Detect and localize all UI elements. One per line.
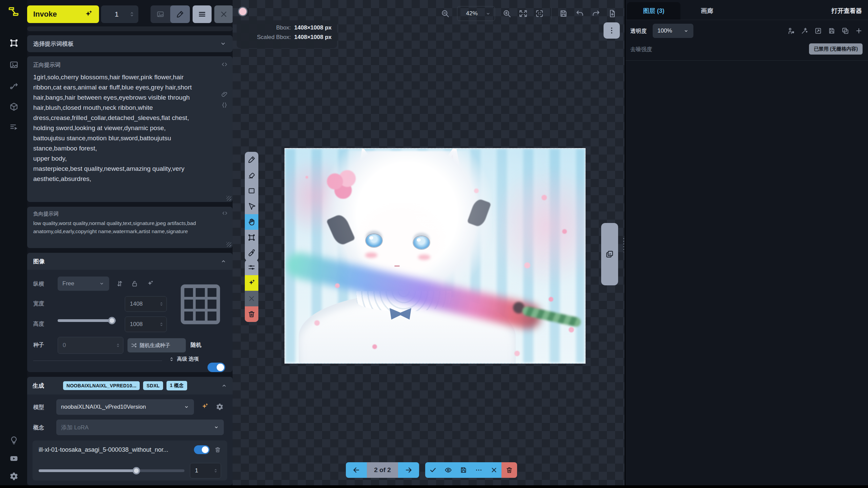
settings-gear-icon[interactable]: [9, 471, 19, 481]
lora-weight-value: 1: [195, 467, 198, 474]
zoom-out-icon[interactable]: [441, 9, 450, 18]
opacity-select[interactable]: 100%: [653, 24, 693, 38]
opacity-value: 100%: [657, 27, 681, 34]
iterations-stepper[interactable]: 1: [101, 5, 138, 23]
fit-view-icon[interactable]: [519, 9, 528, 18]
resize-handle[interactable]: [226, 196, 231, 201]
scaled-bbox-value: 1408×1008 px: [294, 34, 332, 41]
accept-button[interactable]: [425, 462, 440, 478]
duplicate-icon[interactable]: [842, 27, 849, 35]
gallery-mode-button[interactable]: [151, 5, 170, 23]
rect-tool[interactable]: [245, 183, 258, 199]
eraser-tool[interactable]: [245, 167, 258, 183]
prev-image-button[interactable]: [346, 462, 367, 478]
swap-dimensions-icon[interactable]: [116, 280, 123, 287]
aspect-label: 纵横: [33, 281, 44, 288]
rail-item-queue[interactable]: [9, 122, 19, 132]
random-seed-toggle[interactable]: [208, 363, 225, 372]
canvas-mode-button[interactable]: [170, 5, 190, 23]
aspect-value: Free: [62, 280, 96, 287]
lora-weight-slider[interactable]: [39, 469, 184, 472]
zoom-level-select[interactable]: 42%: [457, 6, 495, 21]
model-sparkle-icon[interactable]: [201, 403, 209, 411]
invoke-button[interactable]: Invoke: [27, 5, 99, 23]
lora-toggle[interactable]: [194, 445, 210, 454]
support-bulb-icon[interactable]: [9, 435, 19, 445]
discard-button[interactable]: [486, 462, 501, 478]
new-canvas-icon[interactable]: [608, 9, 617, 18]
generate-seed-button[interactable]: 随机生成种子: [127, 338, 186, 352]
advanced-options[interactable]: 高级 选项: [169, 356, 199, 362]
tabbar-underline: [626, 20, 868, 20]
width-slider[interactable]: [58, 319, 116, 322]
kebab-menu-button[interactable]: [604, 22, 620, 39]
merge-visible-icon[interactable]: [787, 27, 795, 35]
save-all-icon[interactable]: [828, 27, 835, 35]
next-image-button[interactable]: [398, 462, 419, 478]
save-staging-button[interactable]: [456, 462, 471, 478]
delete-staging-button[interactable]: [501, 462, 517, 478]
tab-layers[interactable]: 图层 (3): [627, 2, 680, 20]
generated-image[interactable]: [284, 148, 586, 364]
invoke-region-button[interactable]: [245, 275, 258, 291]
optimize-size-icon[interactable]: [146, 280, 154, 287]
generation-section-header[interactable]: 生成 NOOBAIXLNAIXL_VPRED10... SDXL 1 概念: [27, 377, 233, 394]
height-input[interactable]: 1008: [125, 317, 167, 332]
tab-gallery[interactable]: 画廊: [687, 2, 727, 20]
zoom-in-icon[interactable]: [502, 9, 511, 18]
lock-aspect-icon[interactable]: [131, 280, 138, 287]
filter-wand-icon[interactable]: [801, 27, 808, 35]
model-select[interactable]: noobaiXLNAIXL_vPred10Version: [56, 399, 194, 415]
open-viewer-link[interactable]: 打开查看器: [831, 7, 862, 15]
stepper-chevrons-icon[interactable]: [129, 8, 135, 20]
prompt-template-selector[interactable]: 选择提示词模板: [27, 35, 233, 52]
redo-icon[interactable]: [592, 9, 600, 18]
seed-input[interactable]: 0: [58, 337, 123, 354]
shuffle-icon: [131, 342, 137, 348]
denoise-label: 去噪强度: [630, 46, 652, 53]
delete-button[interactable]: [245, 306, 258, 322]
save-canvas-icon[interactable]: [559, 9, 568, 18]
resize-handle[interactable]: [226, 242, 231, 247]
braces-icon[interactable]: [221, 102, 228, 108]
model-value: noobaiXLNAIXL_vPred10Version: [61, 404, 181, 410]
undo-icon[interactable]: [575, 9, 584, 18]
clear-button[interactable]: [214, 5, 233, 23]
canvas-area[interactable]: Bbox: 1408×1008 px Scaled Bbox: 1408×100…: [233, 0, 625, 485]
rail-item-workflows[interactable]: [9, 81, 19, 91]
compare-images-handle[interactable]: [601, 223, 618, 285]
bbox-tool[interactable]: [245, 230, 258, 245]
eyedropper-tool[interactable]: [245, 245, 258, 261]
width-input[interactable]: 1408: [125, 296, 167, 312]
rail-item-gallery[interactable]: [9, 60, 19, 70]
model-arch-badge: SDXL: [143, 381, 163, 390]
add-layer-icon[interactable]: [855, 27, 863, 35]
staging-counter: 2 of 2: [367, 462, 398, 478]
paperclip-icon[interactable]: [221, 91, 228, 98]
cancel-button[interactable]: [245, 291, 258, 306]
more-options-button[interactable]: [471, 462, 486, 478]
brush-tool[interactable]: [245, 152, 258, 167]
hand-tool[interactable]: [245, 214, 258, 230]
panel-menu-button[interactable]: [193, 5, 212, 23]
code-icon[interactable]: [222, 210, 228, 216]
rail-item-canvas[interactable]: [9, 38, 19, 48]
negative-prompt-textarea[interactable]: low quality,worst quality,normal quality…: [33, 219, 219, 236]
add-lora-select[interactable]: 添加 LoRA: [56, 420, 224, 435]
image-section-header[interactable]: 图像: [27, 253, 233, 270]
show-hide-button[interactable]: [440, 462, 456, 478]
aspect-select[interactable]: Free: [58, 277, 109, 291]
model-settings-icon[interactable]: [216, 403, 224, 411]
positive-prompt-textarea[interactable]: 1girl,solo,cherry blossoms,hair flower,p…: [33, 72, 212, 184]
trash-icon[interactable]: [214, 446, 221, 453]
brush-color-swatch[interactable]: [238, 7, 248, 16]
scaled-bbox-icon[interactable]: [535, 9, 544, 18]
code-icon[interactable]: [221, 61, 228, 68]
rail-item-models[interactable]: [9, 102, 19, 112]
youtube-icon[interactable]: [9, 453, 19, 464]
filter-button[interactable]: [245, 260, 258, 275]
lora-weight-input[interactable]: 1: [190, 463, 221, 479]
move-tool[interactable]: [245, 199, 258, 214]
canvas-toolbar: 42%: [441, 6, 625, 21]
crop-canvas-icon[interactable]: [814, 27, 822, 35]
